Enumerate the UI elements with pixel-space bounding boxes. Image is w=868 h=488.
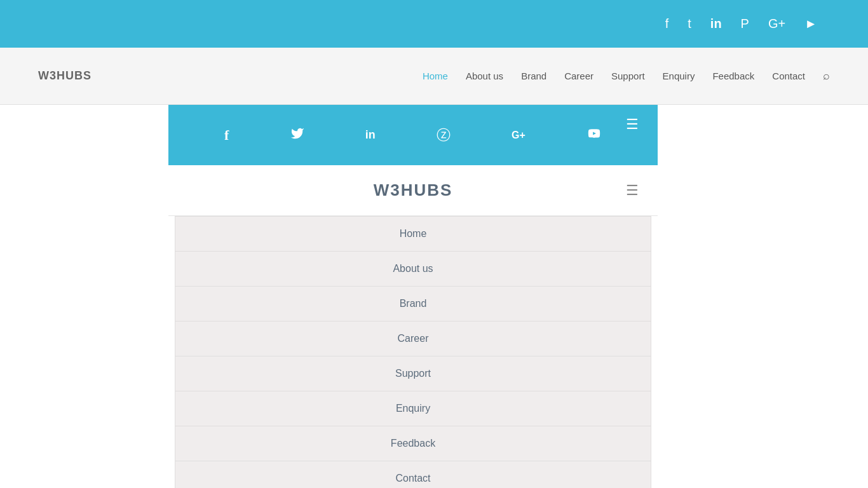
nav-item-career[interactable]: Career	[564, 71, 593, 82]
mobile-menu-item-home[interactable]: Home	[175, 217, 651, 252]
site-logo: W3HUBS	[38, 69, 92, 83]
mobile-pinterest-icon[interactable]: ⓩ	[437, 126, 451, 145]
nav-item-enquiry[interactable]: Enquiry	[663, 71, 695, 82]
nav-item-aboutus[interactable]: About us	[466, 71, 503, 82]
top-social-bar: f t in P G+ ►	[0, 0, 868, 48]
nav-link-aboutus[interactable]: About us	[466, 71, 503, 81]
mobile-panel: f in ⓩ G+ ☰ W3HUBS ☰ Home About us Brand…	[168, 105, 658, 488]
linkedin-icon[interactable]: in	[710, 17, 722, 31]
twitter-icon[interactable]: t	[688, 17, 691, 31]
nav-item-feedback[interactable]: Feedback	[712, 71, 754, 82]
mobile-menu-item-support[interactable]: Support	[175, 356, 651, 391]
nav-link-home[interactable]: Home	[423, 71, 448, 81]
nav-link-career[interactable]: Career	[564, 71, 593, 81]
facebook-icon[interactable]: f	[665, 17, 669, 31]
mobile-menu-item-career[interactable]: Career	[175, 322, 651, 356]
nav-link-contact[interactable]: Contact	[772, 71, 805, 81]
pinterest-icon[interactable]: P	[741, 17, 749, 31]
mobile-site-logo: W3HUBS	[374, 180, 453, 200]
mobile-menu-item-contact[interactable]: Contact	[175, 461, 651, 488]
nav-item-brand[interactable]: Brand	[521, 71, 546, 82]
left-space	[0, 105, 168, 488]
mobile-twitter-icon[interactable]	[290, 126, 304, 144]
mobile-social-bar: f in ⓩ G+ ☰	[168, 105, 658, 165]
nav-item-search[interactable]: ⌕	[823, 69, 830, 83]
nav-link-support[interactable]: Support	[611, 71, 645, 81]
mobile-googleplus-icon[interactable]: G+	[512, 130, 526, 141]
nav-item-contact[interactable]: Contact	[772, 71, 805, 82]
nav-link-feedback[interactable]: Feedback	[712, 71, 754, 81]
googleplus-icon[interactable]: G+	[768, 17, 785, 31]
mobile-linkedin-icon[interactable]: in	[365, 128, 376, 142]
search-icon[interactable]: ⌕	[823, 69, 830, 82]
right-space	[658, 105, 868, 488]
nav-item-support[interactable]: Support	[611, 71, 645, 82]
nav-item-home[interactable]: Home	[423, 71, 448, 82]
mobile-youtube-icon[interactable]	[587, 127, 602, 144]
mobile-menu-item-aboutus[interactable]: About us	[175, 252, 651, 287]
nav-link-brand[interactable]: Brand	[521, 71, 546, 81]
nav-link-enquiry[interactable]: Enquiry	[663, 71, 695, 81]
mobile-logo-bar: W3HUBS ☰	[168, 165, 658, 216]
mobile-menu-item-feedback[interactable]: Feedback	[175, 426, 651, 461]
mobile-hamburger-icon[interactable]: ☰	[626, 116, 639, 133]
mobile-menu-hamburger-icon[interactable]: ☰	[626, 182, 639, 199]
mobile-menu-item-enquiry[interactable]: Enquiry	[175, 391, 651, 426]
content-area: f in ⓩ G+ ☰ W3HUBS ☰ Home About us Brand…	[0, 105, 868, 488]
mobile-facebook-icon[interactable]: f	[224, 127, 229, 144]
youtube-icon[interactable]: ►	[804, 17, 817, 31]
mobile-menu: Home About us Brand Career Support Enqui…	[175, 216, 651, 488]
main-navigation: W3HUBS Home About us Brand Career Suppor…	[0, 48, 868, 105]
nav-links-list: Home About us Brand Career Support Enqui…	[423, 69, 830, 83]
mobile-menu-item-brand[interactable]: Brand	[175, 287, 651, 322]
